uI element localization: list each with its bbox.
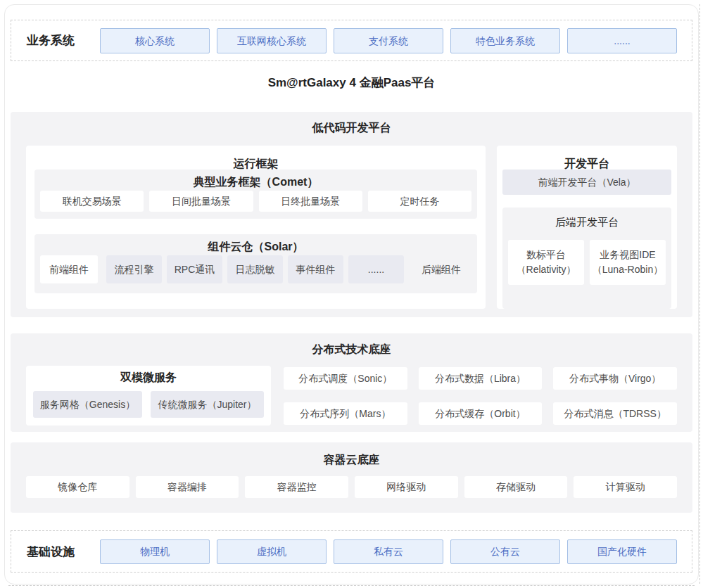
comet-item-intraday-batch[interactable]: 日间批量场景 <box>149 191 253 212</box>
dev-platform-panel: 开发平台 前端开发平台（Vela） 后端开发平台 数标平台 （Relativit… <box>497 146 677 309</box>
business-system-payment[interactable]: 支付系统 <box>334 28 443 53</box>
infra-item-public-cloud[interactable]: 公有云 <box>450 539 560 564</box>
business-systems-label: 业务系统 <box>11 32 100 49</box>
infra-item-physical-machine[interactable]: 物理机 <box>100 539 210 564</box>
solar-warehouse-panel: 组件云仓（Solar） 前端组件 流程引擎 RPC通讯 日志脱敏 事件组件 ..… <box>34 234 477 293</box>
backend-item-relativity-name: 数标平台 <box>508 248 584 262</box>
container-item-image-registry[interactable]: 镜像仓库 <box>26 476 129 498</box>
distributed-item-sonic[interactable]: 分布式调度（Sonic） <box>284 367 407 390</box>
infra-item-private-cloud[interactable]: 私有云 <box>334 539 443 564</box>
business-system-internet-core[interactable]: 互联网核心系统 <box>217 28 327 53</box>
lowcode-platform-title: 低代码开发平台 <box>11 120 692 136</box>
container-item-orchestration[interactable]: 容器编排 <box>136 476 239 498</box>
distributed-item-mars[interactable]: 分布式序列（Mars） <box>284 402 407 425</box>
container-item-compute-driver[interactable]: 计算驱动 <box>574 476 677 498</box>
outer-dashed-border-bottom <box>8 585 695 586</box>
business-system-core[interactable]: 核心系统 <box>100 28 210 53</box>
dev-platform-title: 开发平台 <box>502 146 671 170</box>
solar-item-more[interactable]: ...... <box>348 255 404 283</box>
container-base-title: 容器云底座 <box>26 452 677 468</box>
infra-item-virtual-machine[interactable]: 虚拟机 <box>217 539 327 564</box>
distributed-item-tdrss[interactable]: 分布式消息（TDRSS） <box>553 402 677 425</box>
container-item-storage-driver[interactable]: 存储驱动 <box>464 476 568 498</box>
dual-mode-title: 双模微服务 <box>33 371 264 384</box>
solar-item-backend-components: 后端组件 <box>411 255 471 283</box>
container-item-network-driver[interactable]: 网络驱动 <box>355 476 458 498</box>
lowcode-platform-section: 低代码开发平台 运行框架 典型业务框架（Comet） 联机交易场景 日间批量场景… <box>11 112 692 317</box>
comet-item-online-trading[interactable]: 联机交易场景 <box>40 191 144 212</box>
backend-dev-platform-panel: 后端开发平台 数标平台 （Relativity） 业务视图IDE （Luna-R… <box>502 207 671 309</box>
container-item-monitoring[interactable]: 容器监控 <box>245 476 348 498</box>
backend-item-relativity-code: （Relativity） <box>508 262 584 277</box>
solar-item-rpc[interactable]: RPC通讯 <box>167 255 222 283</box>
solar-item-process-engine[interactable]: 流程引擎 <box>106 255 162 283</box>
dual-mode-microservice-panel: 双模微服务 服务网格（Genesis） 传统微服务（Jupiter） <box>26 366 271 426</box>
infrastructure-label: 基础设施 <box>11 544 100 560</box>
infra-item-domestic-hardware[interactable]: 国产化硬件 <box>567 539 677 564</box>
backend-item-luna-robin[interactable]: 业务视图IDE （Luna-Robin） <box>590 240 666 285</box>
backend-dev-platform-title: 后端开发平台 <box>508 215 666 231</box>
backend-item-relativity[interactable]: 数标平台 （Relativity） <box>508 240 584 285</box>
container-base-section: 容器云底座 镜像仓库 容器编排 容器监控 网络驱动 存储驱动 计算驱动 <box>11 442 692 513</box>
distributed-item-virgo[interactable]: 分布式事物（Virgo） <box>553 367 677 390</box>
distributed-item-orbit[interactable]: 分布式缓存（Orbit） <box>419 402 543 425</box>
distributed-base-title: 分布式技术底座 <box>26 342 677 357</box>
backend-item-luna-robin-name: 业务视图IDE <box>590 248 666 262</box>
solar-item-event-components[interactable]: 事件组件 <box>288 255 343 283</box>
solar-item-log-masking[interactable]: 日志脱敏 <box>227 255 283 283</box>
business-systems-section: 业务系统 核心系统 互联网核心系统 支付系统 特色业务系统 ...... <box>11 20 692 61</box>
comet-item-eod-batch[interactable]: 日终批量场景 <box>259 191 362 212</box>
frontend-dev-platform-vela[interactable]: 前端开发平台（Vela） <box>502 170 671 195</box>
solar-warehouse-title: 组件云仓（Solar） <box>40 240 471 255</box>
infrastructure-section: 基础设施 物理机 虚拟机 私有云 公有云 国产化硬件 <box>11 530 692 573</box>
dual-mode-item-genesis[interactable]: 服务网格（Genesis） <box>33 391 142 418</box>
runtime-framework-panel: 运行框架 典型业务框架（Comet） 联机交易场景 日间批量场景 日终批量场景 … <box>26 146 486 309</box>
business-system-special[interactable]: 特色业务系统 <box>450 28 560 53</box>
comet-framework-title: 典型业务框架（Comet） <box>40 175 471 191</box>
solar-item-frontend-components[interactable]: 前端组件 <box>40 255 98 283</box>
distributed-grid: 分布式调度（Sonic） 分布式数据（Libra） 分布式事物（Virgo） 分… <box>284 367 677 426</box>
business-system-more[interactable]: ...... <box>567 28 677 53</box>
outer-dashed-border-right <box>699 4 700 584</box>
comet-framework-panel: 典型业务框架（Comet） 联机交易场景 日间批量场景 日终批量场景 定时任务 <box>34 170 477 219</box>
backend-item-luna-robin-code: （Luna-Robin） <box>590 262 666 277</box>
dual-mode-item-jupiter[interactable]: 传统微服务（Jupiter） <box>151 391 264 418</box>
architecture-card: 业务系统 核心系统 互联网核心系统 支付系统 特色业务系统 ...... Sm@… <box>4 4 699 584</box>
page-title: Sm@rtGalaxy 4 金融Paas平台 <box>5 75 698 91</box>
distributed-item-libra[interactable]: 分布式数据（Libra） <box>419 367 543 390</box>
comet-item-scheduled-task[interactable]: 定时任务 <box>368 191 471 212</box>
distributed-base-section: 分布式技术底座 双模微服务 服务网格（Genesis） 传统微服务（Jupite… <box>11 333 692 432</box>
runtime-framework-title: 运行框架 <box>34 146 477 170</box>
